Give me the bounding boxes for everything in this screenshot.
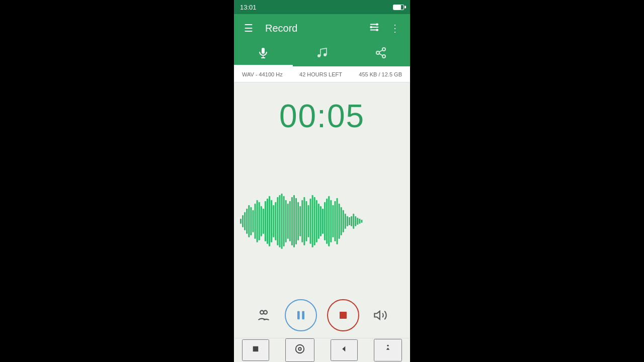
svg-point-13	[324, 53, 327, 56]
nav-accessibility-button[interactable]	[374, 339, 402, 361]
format-info: WAV - 44100 Hz	[242, 71, 283, 77]
svg-rect-53	[310, 199, 311, 244]
svg-rect-76	[357, 218, 358, 225]
svg-point-14	[382, 48, 385, 51]
svg-rect-70	[345, 214, 346, 229]
svg-point-8	[376, 29, 378, 31]
svg-rect-30	[263, 209, 264, 234]
svg-rect-82	[302, 311, 304, 319]
source-button[interactable]	[253, 304, 275, 326]
tabs-bar	[234, 42, 410, 66]
svg-rect-43	[289, 201, 291, 241]
svg-rect-72	[349, 217, 350, 225]
stop-button[interactable]	[327, 299, 359, 331]
svg-rect-52	[307, 205, 309, 237]
tab-record[interactable]	[234, 42, 293, 66]
filter-icon[interactable]	[367, 20, 382, 37]
status-bar: 13:01	[234, 0, 410, 14]
waveform-svg	[240, 191, 404, 251]
tab-music[interactable]	[293, 42, 352, 66]
time-left: 42 HOURS LEFT	[299, 71, 342, 77]
svg-rect-24	[250, 207, 252, 235]
more-options-icon[interactable]: ⋮	[388, 20, 402, 36]
svg-rect-32	[267, 199, 268, 244]
volume-button[interactable]	[369, 304, 391, 326]
svg-rect-49	[301, 200, 303, 242]
svg-rect-46	[295, 198, 297, 244]
battery-icon	[393, 5, 404, 10]
tab-share[interactable]	[351, 42, 410, 66]
svg-rect-20	[242, 215, 244, 227]
svg-rect-29	[261, 206, 262, 236]
svg-rect-25	[252, 210, 254, 232]
svg-rect-34	[271, 200, 272, 242]
phone-frame: 13:01 ☰ Record ⋮	[234, 0, 410, 362]
status-time: 13:01	[240, 4, 257, 11]
svg-rect-35	[273, 205, 274, 237]
svg-rect-77	[359, 219, 360, 224]
timer-display: 00:05	[279, 98, 365, 135]
info-bar: WAV - 44100 Hz 42 HOURS LEFT 455 KB / 12…	[234, 66, 410, 82]
svg-rect-73	[351, 216, 352, 226]
svg-rect-69	[343, 210, 344, 232]
svg-rect-63	[330, 200, 332, 242]
svg-point-7	[370, 26, 372, 28]
svg-point-15	[376, 51, 379, 54]
svg-rect-47	[297, 202, 299, 240]
svg-rect-44	[291, 197, 293, 245]
svg-rect-67	[339, 204, 340, 239]
svg-rect-19	[240, 219, 242, 224]
svg-rect-65	[334, 201, 336, 241]
nav-home-button[interactable]	[285, 338, 314, 362]
svg-rect-42	[287, 204, 289, 239]
svg-rect-64	[332, 205, 334, 237]
svg-rect-36	[275, 202, 276, 240]
main-content: 00:05	[234, 82, 410, 338]
svg-rect-40	[283, 196, 285, 246]
svg-rect-33	[269, 196, 270, 246]
svg-point-6	[376, 23, 378, 26]
svg-rect-55	[314, 197, 315, 245]
hamburger-menu-icon[interactable]: ☰	[242, 20, 255, 36]
svg-point-16	[382, 55, 385, 58]
app-title: Record	[265, 23, 361, 34]
svg-rect-26	[255, 204, 256, 239]
svg-point-12	[317, 54, 320, 57]
svg-rect-75	[355, 216, 356, 226]
svg-rect-37	[277, 197, 278, 245]
pause-button[interactable]	[285, 299, 317, 331]
svg-rect-48	[299, 206, 301, 236]
svg-point-89	[387, 345, 388, 346]
svg-rect-45	[293, 195, 295, 247]
svg-rect-85	[253, 346, 259, 352]
svg-line-17	[379, 54, 382, 56]
svg-rect-27	[257, 200, 258, 242]
svg-rect-3	[372, 27, 378, 28]
share-icon	[375, 47, 387, 62]
svg-rect-81	[297, 311, 300, 319]
nav-back-button[interactable]	[331, 339, 358, 361]
music-icon	[316, 47, 328, 62]
svg-rect-83	[340, 312, 347, 319]
svg-rect-60	[324, 202, 326, 240]
svg-rect-57	[318, 204, 319, 239]
nav-stop-button[interactable]	[242, 339, 269, 361]
microphone-icon	[257, 47, 269, 62]
svg-rect-61	[326, 199, 328, 244]
controls-bar	[234, 293, 410, 338]
svg-marker-84	[374, 311, 380, 319]
svg-point-87	[298, 347, 301, 350]
svg-rect-51	[305, 201, 307, 241]
svg-rect-9	[262, 48, 265, 54]
svg-rect-68	[341, 207, 342, 235]
svg-rect-50	[303, 197, 305, 245]
svg-rect-78	[361, 220, 362, 223]
svg-rect-23	[248, 205, 250, 237]
svg-rect-21	[244, 212, 246, 230]
waveform-container	[234, 150, 410, 293]
status-icons	[393, 5, 404, 10]
nav-bar	[234, 338, 410, 362]
svg-rect-62	[328, 196, 330, 246]
app-bar: ☰ Record ⋮	[234, 14, 410, 42]
svg-point-86	[296, 345, 304, 353]
